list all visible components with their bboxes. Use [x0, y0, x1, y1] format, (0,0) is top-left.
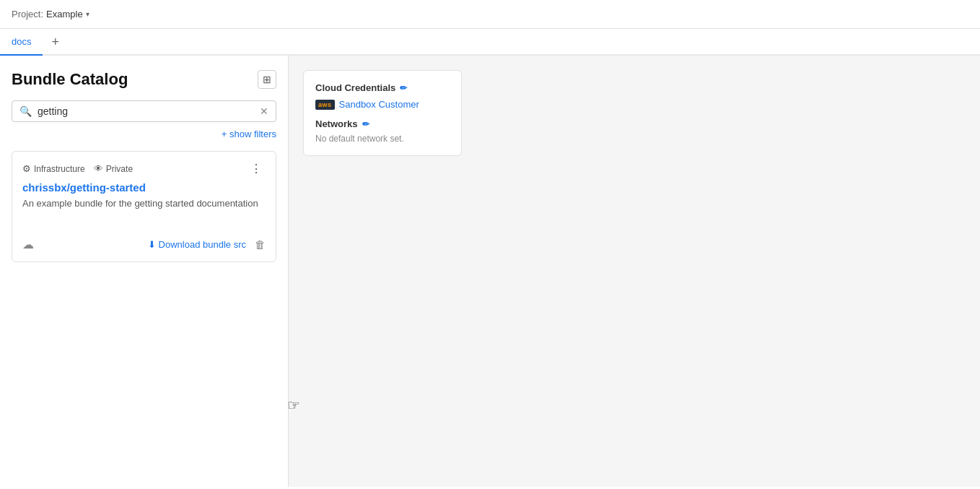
bundle-tags: ⚙ Infrastructure 👁 Private	[22, 163, 133, 174]
project-label: Project:	[12, 9, 43, 20]
tag-infrastructure: ⚙ Infrastructure	[22, 163, 85, 174]
project-chevron-icon: ▾	[86, 10, 89, 18]
tab-add-button[interactable]: +	[43, 30, 68, 54]
more-icon: ⋮	[250, 163, 263, 175]
networks-title: Networks ✏	[315, 118, 450, 129]
tab-bar: docs +	[0, 29, 980, 56]
download-icon: ⬇	[148, 239, 156, 250]
panel-title: Bundle Catalog	[12, 70, 128, 89]
download-label: Download bundle src	[159, 239, 246, 250]
bundle-card-header: ⚙ Infrastructure 👁 Private ⋮	[22, 162, 266, 176]
top-bar: Project: Example ▾	[0, 0, 980, 29]
tag-private: 👁 Private	[94, 163, 133, 174]
search-box: 🔍 ✕	[12, 100, 276, 122]
networks-edit-icon[interactable]: ✏	[362, 119, 369, 129]
bundle-name[interactable]: chrissbx/getting-started	[22, 181, 266, 194]
panel-header: Bundle Catalog ⊞	[12, 70, 276, 89]
credentials-title: Cloud Credentials ✏	[315, 82, 450, 93]
collapse-icon: ⊞	[263, 74, 271, 85]
delete-icon: 🗑	[255, 238, 266, 251]
project-name-text: Example	[46, 9, 83, 20]
bundle-card: ⚙ Infrastructure 👁 Private ⋮ chrissbx/ge…	[12, 151, 276, 262]
search-input[interactable]	[38, 105, 260, 117]
collapse-panel-button[interactable]: ⊞	[258, 70, 276, 89]
no-network-text: No default network set.	[315, 134, 450, 144]
bundle-card-footer: ☁ ⬇ Download bundle src 🗑	[22, 238, 266, 251]
tab-docs[interactable]: docs	[0, 29, 43, 56]
search-icon: 🔍	[19, 105, 32, 117]
credentials-card: Cloud Credentials ✏ aws Sandbox Customer…	[303, 70, 462, 156]
right-panel: Cloud Credentials ✏ aws Sandbox Customer…	[289, 56, 980, 487]
infrastructure-icon: ⚙	[22, 163, 31, 174]
credentials-title-text: Cloud Credentials	[315, 82, 395, 93]
clear-search-icon[interactable]: ✕	[260, 105, 268, 117]
bundle-description: An example bundle for the getting starte…	[22, 198, 266, 209]
networks-title-text: Networks	[315, 118, 358, 129]
left-panel: Bundle Catalog ⊞ 🔍 ✕ + show filters ⚙ In…	[0, 56, 289, 487]
main-layout: Bundle Catalog ⊞ 🔍 ✕ + show filters ⚙ In…	[0, 56, 980, 487]
tag-infrastructure-label: Infrastructure	[34, 164, 85, 174]
aws-badge: aws	[315, 100, 335, 110]
download-bundle-link[interactable]: ⬇ Download bundle src	[148, 239, 246, 250]
delete-bundle-button[interactable]: 🗑	[255, 238, 266, 251]
cloud-icon: ☁	[22, 238, 34, 251]
bundle-actions: ⬇ Download bundle src 🗑	[148, 238, 266, 251]
show-filters: + show filters	[12, 128, 276, 139]
credentials-edit-icon[interactable]: ✏	[400, 83, 407, 93]
tag-private-label: Private	[106, 164, 133, 174]
project-selector[interactable]: Example ▾	[46, 9, 89, 20]
show-filters-link[interactable]: + show filters	[222, 129, 276, 139]
aws-credential-row: aws Sandbox Customer	[315, 99, 450, 110]
private-icon: 👁	[94, 163, 103, 174]
more-options-button[interactable]: ⋮	[248, 162, 266, 176]
credential-name[interactable]: Sandbox Customer	[339, 99, 419, 110]
